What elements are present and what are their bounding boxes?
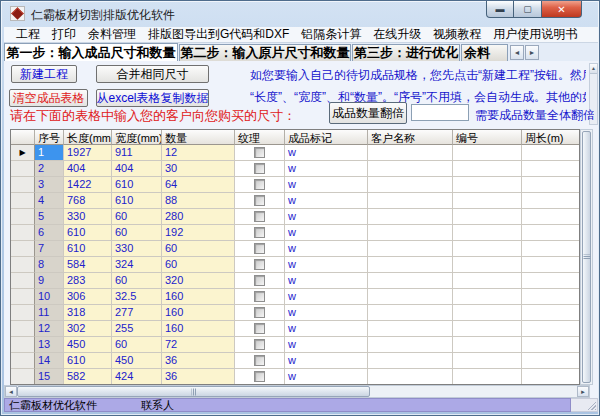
cell-product-mark[interactable]: w xyxy=(285,305,368,321)
cell-width[interactable]: 60 xyxy=(112,273,162,289)
header-width[interactable]: 宽度(mm) xyxy=(112,130,162,145)
cell-code[interactable] xyxy=(453,273,522,289)
cell-seq[interactable]: 15 xyxy=(35,369,64,385)
cell-quantity[interactable]: 88 xyxy=(162,193,235,209)
table-row[interactable]: 1558242436w xyxy=(11,369,579,385)
texture-checkbox[interactable] xyxy=(254,211,265,222)
cell-perimeter[interactable] xyxy=(522,161,579,177)
tab-step3-optimize[interactable]: 第三步：进行优化 xyxy=(352,44,460,61)
cell-product-mark[interactable]: w xyxy=(285,337,368,353)
table-row[interactable]: 858432460w xyxy=(11,257,579,273)
table-row[interactable]: 661060192w xyxy=(11,225,579,241)
cell-quantity[interactable]: 160 xyxy=(162,305,235,321)
cell-product-mark[interactable]: w xyxy=(285,353,368,369)
table-row[interactable]: 11318277160w xyxy=(11,305,579,321)
cell-customer-name[interactable] xyxy=(368,305,453,321)
cell-product-mark[interactable]: w xyxy=(285,369,368,385)
cell-perimeter[interactable] xyxy=(522,289,579,305)
cell-perimeter[interactable] xyxy=(522,321,579,337)
cell-width[interactable]: 60 xyxy=(112,337,162,353)
cell-code[interactable] xyxy=(453,353,522,369)
cell-length[interactable]: 610 xyxy=(64,225,112,241)
cell-customer-name[interactable] xyxy=(368,161,453,177)
table-row[interactable]: 533060280w xyxy=(11,209,579,225)
cell-width[interactable]: 610 xyxy=(112,177,162,193)
cell-code[interactable] xyxy=(453,305,522,321)
header-product-mark[interactable]: 成品标记 xyxy=(285,130,368,145)
cell-product-mark[interactable]: w xyxy=(285,225,368,241)
table-row[interactable]: 928360320w xyxy=(11,273,579,289)
cell-length[interactable]: 582 xyxy=(64,369,112,385)
cell-seq[interactable]: 10 xyxy=(35,289,64,305)
cell-customer-name[interactable] xyxy=(368,321,453,337)
cell-product-mark[interactable]: w xyxy=(285,145,368,161)
row-selector[interactable] xyxy=(11,289,35,305)
row-selector[interactable] xyxy=(11,241,35,257)
cell-quantity[interactable]: 160 xyxy=(162,321,235,337)
header-perimeter[interactable]: 周长(m) xyxy=(522,130,579,145)
cell-perimeter[interactable] xyxy=(522,257,579,273)
cell-quantity[interactable]: 60 xyxy=(162,257,235,273)
cell-quantity[interactable]: 320 xyxy=(162,273,235,289)
menu-item-export-gcode-dxf[interactable]: 排版图导出到G代码和DXF xyxy=(142,26,295,43)
cell-perimeter[interactable] xyxy=(522,337,579,353)
row-selector[interactable] xyxy=(11,273,35,289)
row-selector[interactable] xyxy=(11,209,35,225)
cell-customer-name[interactable] xyxy=(368,289,453,305)
scroll-right-icon[interactable]: ► xyxy=(577,386,589,397)
cell-seq[interactable]: 12 xyxy=(35,321,64,337)
texture-checkbox[interactable] xyxy=(254,307,265,318)
table-row[interactable]: 476861088w xyxy=(11,193,579,209)
cell-seq[interactable]: 6 xyxy=(35,225,64,241)
table-vertical-scrollbar[interactable] xyxy=(580,129,593,385)
cell-code[interactable] xyxy=(453,193,522,209)
cell-code[interactable] xyxy=(453,225,522,241)
header-texture[interactable]: 纹理 xyxy=(235,130,285,145)
cell-code[interactable] xyxy=(453,241,522,257)
cell-perimeter[interactable] xyxy=(522,145,579,161)
cell-length[interactable]: 318 xyxy=(64,305,112,321)
table-row[interactable]: 134506072w xyxy=(11,337,579,353)
cell-code[interactable] xyxy=(453,369,522,385)
cell-product-mark[interactable]: w xyxy=(285,161,368,177)
texture-checkbox[interactable] xyxy=(254,179,265,190)
cell-customer-name[interactable] xyxy=(368,209,453,225)
cell-width[interactable]: 32.5 xyxy=(112,289,162,305)
new-project-button[interactable]: 新建工程 xyxy=(11,65,77,83)
table-horizontal-scrollbar[interactable]: ◄ ► xyxy=(4,385,590,398)
menu-item-print[interactable]: 打印 xyxy=(46,26,82,43)
cell-seq[interactable]: 14 xyxy=(35,353,64,369)
header-length[interactable]: 长度(mm) xyxy=(64,130,112,145)
row-selector[interactable] xyxy=(11,161,35,177)
texture-checkbox[interactable] xyxy=(254,339,265,350)
cell-customer-name[interactable] xyxy=(368,369,453,385)
cell-quantity[interactable]: 72 xyxy=(162,337,235,353)
cell-length[interactable]: 302 xyxy=(64,321,112,337)
menu-item-online-upgrade[interactable]: 在线升级 xyxy=(367,26,427,43)
resize-grip[interactable] xyxy=(587,401,596,410)
cell-code[interactable] xyxy=(453,257,522,273)
cell-length[interactable]: 610 xyxy=(64,353,112,369)
cell-product-mark[interactable]: w xyxy=(285,209,368,225)
cell-code[interactable] xyxy=(453,321,522,337)
row-selector[interactable] xyxy=(11,353,35,369)
cell-width[interactable]: 911 xyxy=(112,145,162,161)
row-selector[interactable] xyxy=(11,369,35,385)
row-selector[interactable] xyxy=(11,337,35,353)
tab-offcut[interactable]: 余料 xyxy=(461,44,508,61)
header-code[interactable]: 编号 xyxy=(453,130,522,145)
cell-perimeter[interactable] xyxy=(522,273,579,289)
cell-quantity[interactable]: 30 xyxy=(162,161,235,177)
cell-code[interactable] xyxy=(453,289,522,305)
header-quantity[interactable]: 数量 xyxy=(162,130,235,145)
cell-quantity[interactable]: 160 xyxy=(162,289,235,305)
cell-seq[interactable]: 4 xyxy=(35,193,64,209)
cell-perimeter[interactable] xyxy=(522,209,579,225)
cell-length[interactable]: 330 xyxy=(64,209,112,225)
close-button[interactable]: ✕ xyxy=(541,1,582,18)
row-selector[interactable] xyxy=(11,193,35,209)
cell-length[interactable]: 404 xyxy=(64,161,112,177)
cell-product-mark[interactable]: w xyxy=(285,321,368,337)
texture-checkbox[interactable] xyxy=(254,243,265,254)
scroll-up-icon[interactable]: ▲ xyxy=(590,64,597,74)
